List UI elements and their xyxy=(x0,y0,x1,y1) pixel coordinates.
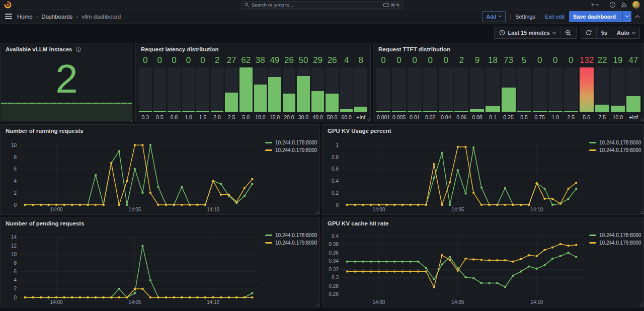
bar-track[interactable] xyxy=(354,67,367,112)
zoom-out-button[interactable] xyxy=(560,27,576,38)
timeseries-plot-area[interactable]: 0.260.280.30.320.340.360.380.414:0014:05… xyxy=(326,229,587,306)
panel-title[interactable]: Request latency distribution xyxy=(136,43,370,55)
bar-track[interactable] xyxy=(580,67,594,112)
time-range-picker[interactable]: Last 15 minutes xyxy=(495,27,560,38)
bar-track[interactable] xyxy=(311,67,325,112)
panel-title[interactable]: GPU KV cache hit rate xyxy=(323,217,643,229)
bar-track[interactable] xyxy=(340,67,353,112)
svg-text:14: 14 xyxy=(11,235,17,240)
legend-item[interactable]: 10.244.0.179:8000 xyxy=(589,240,641,246)
stat-value: 2 xyxy=(55,59,78,99)
timeseries-plot-area[interactable]: 0246810121414:0014:0514:10 xyxy=(4,229,263,306)
breadcrumb-home[interactable]: Home xyxy=(17,14,33,20)
bar-track[interactable] xyxy=(139,67,152,112)
bar-gauge-cell: 50.5 xyxy=(517,55,531,121)
bar-track[interactable] xyxy=(268,67,281,112)
bar-track[interactable] xyxy=(454,67,468,112)
bar-track[interactable] xyxy=(595,67,609,112)
legend-item[interactable]: 10.244.0.178:8000 xyxy=(265,232,317,238)
bar-track[interactable] xyxy=(168,67,181,112)
bar-track[interactable] xyxy=(486,67,500,112)
add-new-button[interactable]: + xyxy=(591,2,599,8)
bar-gauge-cell: 1910.0 xyxy=(611,55,625,121)
settings-button[interactable]: Settings xyxy=(515,11,535,22)
refresh-interval-value[interactable]: 5s xyxy=(596,27,612,38)
exit-edit-button[interactable]: Exit edit xyxy=(545,11,565,22)
svg-text:0.28: 0.28 xyxy=(329,283,339,289)
collapse-toolbar-button[interactable] xyxy=(636,15,639,18)
bar-track[interactable] xyxy=(548,67,562,112)
panel-title[interactable]: Available vLLM instaces i xyxy=(1,43,133,55)
bar-track[interactable] xyxy=(225,67,238,112)
svg-text:10: 10 xyxy=(11,252,17,257)
auto-refresh-picker[interactable]: Auto xyxy=(612,27,639,38)
info-icon[interactable]: i xyxy=(75,46,82,52)
bar-track[interactable] xyxy=(153,67,167,112)
bar-track[interactable] xyxy=(611,67,625,112)
bar-fill xyxy=(168,111,181,112)
global-search[interactable]: ⌘+k xyxy=(241,1,403,9)
bar-track[interactable] xyxy=(470,67,484,112)
svg-text:6: 6 xyxy=(14,269,17,274)
bar-track[interactable] xyxy=(517,67,531,112)
breadcrumb-dashboards[interactable]: Dashboards xyxy=(41,14,72,20)
plus-icon: + xyxy=(591,2,595,8)
panel-title[interactable]: Number of running requests xyxy=(1,125,319,137)
search-input[interactable] xyxy=(252,2,381,8)
refresh-button[interactable] xyxy=(581,27,596,38)
menu-toggle-icon[interactable] xyxy=(5,14,12,19)
refresh-icon xyxy=(586,30,592,36)
bar-track[interactable] xyxy=(423,67,437,112)
bar-track[interactable] xyxy=(392,67,406,112)
svg-text:0.34: 0.34 xyxy=(329,258,339,264)
news-button[interactable] xyxy=(621,2,627,8)
legend: 10.244.0.178:800010.244.0.179:8000 xyxy=(265,140,317,155)
bar-fill xyxy=(423,111,437,112)
panel-title[interactable]: Request TTFT distribution xyxy=(373,43,643,55)
bar-value: 49 xyxy=(268,55,281,67)
panel-title[interactable]: GPU KV Usage percent xyxy=(323,125,643,137)
legend-item[interactable]: 10.244.0.178:8000 xyxy=(265,140,317,145)
bar-track[interactable] xyxy=(254,67,267,112)
add-panel-button[interactable]: Add xyxy=(482,11,506,22)
series-color-swatch xyxy=(265,242,272,244)
legend-item[interactable]: 10.244.0.178:8000 xyxy=(589,232,641,238)
panel-title[interactable]: Number of pending requests xyxy=(1,217,319,229)
bar-track[interactable] xyxy=(239,67,253,112)
grafana-logo-icon[interactable] xyxy=(4,1,12,9)
bar-track[interactable] xyxy=(297,67,310,112)
bar-fill xyxy=(239,67,253,112)
bar-value: 62 xyxy=(239,55,253,67)
bar-track[interactable] xyxy=(326,67,339,112)
bar-bucket-label: 0.005 xyxy=(392,112,406,121)
bar-track[interactable] xyxy=(626,67,640,112)
bar-bucket-label: 15.0 xyxy=(268,112,281,121)
bar-gauge-cell: 227.5 xyxy=(595,55,609,121)
bar-fill xyxy=(626,96,640,112)
bar-gauge-cell: 00.8 xyxy=(168,55,181,121)
bar-track[interactable] xyxy=(439,67,453,112)
help-button[interactable]: ? xyxy=(609,2,616,8)
legend-item[interactable]: 10.244.0.178:8000 xyxy=(589,140,641,145)
search-icon xyxy=(245,3,249,7)
bar-bucket-label: 0.04 xyxy=(439,112,453,121)
bar-track[interactable] xyxy=(533,67,547,112)
bar-track[interactable] xyxy=(564,67,578,112)
bar-track[interactable] xyxy=(211,67,224,112)
bar-fill xyxy=(548,111,562,112)
timeseries-plot-area[interactable]: 00.20.40.60.8114:0014:0514:10 xyxy=(326,137,587,213)
legend-item[interactable]: 10.244.0.179:8000 xyxy=(265,147,317,153)
bar-track[interactable] xyxy=(502,67,516,112)
legend-item[interactable]: 10.244.0.179:8000 xyxy=(589,147,641,153)
legend-item[interactable]: 10.244.0.179:8000 xyxy=(265,240,317,246)
user-avatar[interactable] xyxy=(632,1,640,9)
bar-track[interactable] xyxy=(283,67,296,112)
bar-track[interactable] xyxy=(182,67,195,112)
save-dashboard-button[interactable]: Save dashboard xyxy=(569,11,631,22)
timeseries-plot-area[interactable]: 024681014:0014:0514:10 xyxy=(4,137,263,213)
series-color-swatch xyxy=(589,242,596,244)
bar-track[interactable] xyxy=(196,67,209,112)
save-options-toggle[interactable] xyxy=(622,11,631,22)
bar-track[interactable] xyxy=(408,67,422,112)
bar-track[interactable] xyxy=(376,67,390,112)
